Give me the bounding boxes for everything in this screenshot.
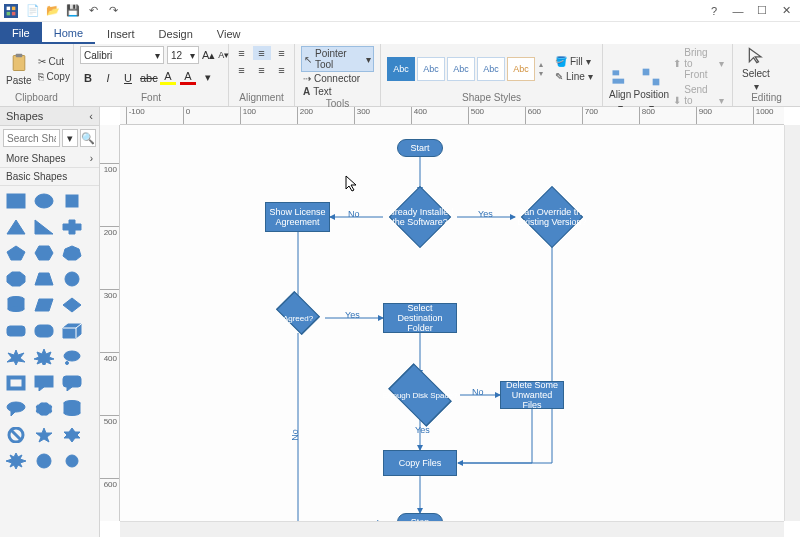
tab-view[interactable]: View	[205, 22, 253, 44]
position-button[interactable]: Position▾	[635, 67, 667, 113]
shape-ellipse[interactable]	[32, 190, 56, 212]
style-swatch-4[interactable]: Abc	[477, 57, 505, 81]
shape-parallelogram[interactable]	[32, 294, 56, 316]
shape-pentagon[interactable]	[4, 242, 28, 264]
qat-save-icon[interactable]: 💾	[66, 4, 80, 18]
maximize-icon[interactable]: ☐	[752, 3, 772, 19]
shape-burst1[interactable]	[4, 346, 28, 368]
shape-cloud-callout[interactable]	[60, 346, 84, 368]
help-icon[interactable]: ?	[704, 3, 724, 19]
text-tool[interactable]: A Text	[301, 85, 374, 98]
node-delete[interactable]: Delete Some Unwanted Files	[500, 381, 564, 409]
shape-burst2[interactable]	[32, 346, 56, 368]
qat-undo-icon[interactable]: ↶	[86, 4, 100, 18]
shrink-font-icon[interactable]: A▾	[218, 50, 229, 60]
node-stop[interactable]: Stop	[397, 513, 443, 521]
app-icon	[4, 4, 18, 18]
node-disk[interactable]: Enough Disk Space?	[380, 375, 460, 415]
shape-callout-rect[interactable]	[32, 372, 56, 394]
select-button[interactable]: Select▾	[739, 46, 773, 92]
shape-hexagon[interactable]	[32, 242, 56, 264]
copy-button[interactable]: ⎘ Copy	[36, 70, 72, 83]
node-agreed[interactable]: Agreed?	[271, 303, 325, 333]
align-button[interactable]: Align▾	[609, 67, 631, 113]
shape-star5[interactable]	[32, 424, 56, 446]
shape-trapezoid[interactable]	[32, 268, 56, 290]
font-size-select[interactable]: 12▾	[167, 46, 199, 64]
more-shapes-button[interactable]: More Shapes›	[0, 150, 99, 168]
fontcolor-button[interactable]: A	[180, 70, 196, 85]
shape-octagon[interactable]	[4, 268, 28, 290]
node-folder[interactable]: Select Destination Folder	[383, 303, 457, 333]
shape-diamond[interactable]	[60, 294, 84, 316]
shape-frame[interactable]	[4, 372, 28, 394]
shape-cube[interactable]	[60, 320, 84, 342]
paste-button[interactable]: Paste	[6, 53, 32, 86]
node-override[interactable]: Can Override the Existing Version?	[515, 192, 589, 242]
bring-front-button[interactable]: ⬆ Bring to Front ▾	[671, 46, 726, 81]
fill-button[interactable]: 🪣 Fill ▾	[553, 55, 595, 68]
shape-heptagon[interactable]	[60, 242, 84, 264]
node-start[interactable]: Start	[397, 139, 443, 157]
align-mid-left[interactable]: ≡	[233, 63, 251, 77]
style-swatch-5[interactable]: Abc	[507, 57, 535, 81]
shape-forbidden[interactable]	[4, 424, 28, 446]
shape-roundrect[interactable]	[4, 320, 28, 342]
tab-design[interactable]: Design	[147, 22, 205, 44]
shape-callout-cloud[interactable]	[32, 398, 56, 420]
highlight-button[interactable]: A	[160, 70, 176, 85]
connector-tool[interactable]: ⇢ Connector	[301, 72, 374, 85]
shape-gear[interactable]	[60, 450, 84, 472]
style-swatch-2[interactable]: Abc	[417, 57, 445, 81]
strike-button[interactable]: abc	[140, 72, 156, 84]
align-mid-center[interactable]: ≡	[253, 63, 271, 77]
close-icon[interactable]: ✕	[776, 3, 796, 19]
collapse-pane-icon[interactable]: ‹	[89, 110, 93, 122]
bold-button[interactable]: B	[80, 72, 96, 84]
tab-insert[interactable]: Insert	[95, 22, 147, 44]
search-button-icon[interactable]: 🔍	[80, 129, 96, 147]
pointer-tool[interactable]: ↖ Pointer Tool ▾	[301, 46, 374, 72]
align-top-left[interactable]: ≡	[233, 46, 251, 60]
qat-open-icon[interactable]: 📂	[46, 4, 60, 18]
style-swatch-3[interactable]: Abc	[447, 57, 475, 81]
cut-button[interactable]: ✂ Cut	[36, 55, 72, 68]
file-tab[interactable]: File	[0, 22, 42, 44]
scrollbar-horizontal[interactable]	[120, 521, 784, 537]
shape-star8[interactable]	[4, 450, 28, 472]
line-button[interactable]: ✎ Line ▾	[553, 70, 595, 83]
shape-plus[interactable]	[60, 216, 84, 238]
shape-rect-small[interactable]	[60, 190, 84, 212]
scrollbar-vertical[interactable]	[784, 125, 800, 521]
shape-rect[interactable]	[4, 190, 28, 212]
align-top-center[interactable]: ≡	[253, 46, 271, 60]
grow-font-icon[interactable]: A▴	[202, 49, 215, 62]
shape-cylinder2[interactable]	[60, 398, 84, 420]
search-dropdown-icon[interactable]: ▾	[62, 129, 78, 147]
shape-star6[interactable]	[60, 424, 84, 446]
align-mid-right[interactable]: ≡	[273, 63, 291, 77]
tab-home[interactable]: Home	[42, 22, 95, 44]
align-top-right[interactable]: ≡	[273, 46, 291, 60]
node-copy[interactable]: Copy Files	[383, 450, 457, 476]
shape-right-tri[interactable]	[32, 216, 56, 238]
font-family-select[interactable]: Calibri▾	[80, 46, 164, 64]
shape-decagon[interactable]	[60, 268, 84, 290]
style-swatch-1[interactable]: Abc	[387, 57, 415, 81]
qat-new-icon[interactable]: 📄	[26, 4, 40, 18]
basic-shapes-header[interactable]: Basic Shapes	[0, 168, 99, 186]
shape-callout-oval[interactable]	[4, 398, 28, 420]
shape-triangle[interactable]	[4, 216, 28, 238]
shape-cylinder[interactable]	[4, 294, 28, 316]
drawing-canvas[interactable]: Start Show License Agreement Already Ins…	[120, 125, 784, 521]
minimize-icon[interactable]: —	[728, 3, 748, 19]
shape-seal[interactable]	[32, 450, 56, 472]
node-installed[interactable]: Already Installed the Software?	[383, 192, 457, 242]
search-shapes-input[interactable]	[3, 129, 60, 147]
node-license[interactable]: Show License Agreement	[265, 202, 330, 232]
shape-roundrect2[interactable]	[32, 320, 56, 342]
italic-button[interactable]: I	[100, 72, 116, 84]
underline-button[interactable]: U	[120, 72, 136, 84]
qat-redo-icon[interactable]: ↷	[106, 4, 120, 18]
shape-callout-round[interactable]	[60, 372, 84, 394]
